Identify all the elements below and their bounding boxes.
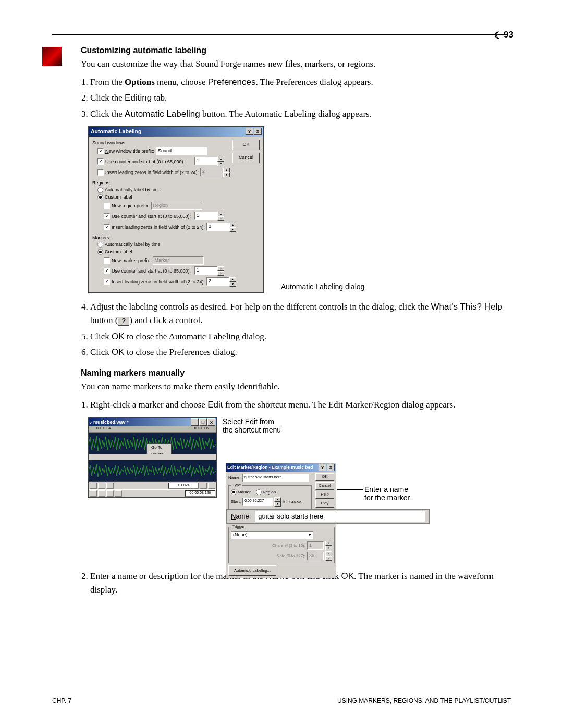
lbl-start: Start: xyxy=(231,499,241,504)
transport-toolbar: 00:00:08.126 xyxy=(89,489,216,497)
lbl-note: Note (0 to 127): xyxy=(276,553,305,558)
loop-icon[interactable] xyxy=(115,490,122,497)
cb-window-counter[interactable]: ✔ xyxy=(97,158,104,165)
lbl-region-counter: Use counter and start at (0 to 65,000): xyxy=(112,214,191,219)
cb-marker-zeros[interactable]: ✔ xyxy=(104,279,110,285)
min-icon[interactable]: _ xyxy=(191,418,199,426)
lbl-marker-zeros: Insert leading zeros in field width of (… xyxy=(112,279,205,285)
spinner-marker-zeros[interactable]: 2▴▾ xyxy=(206,277,236,287)
play-icon[interactable] xyxy=(98,490,105,497)
zoom-in-icon[interactable] xyxy=(90,483,97,489)
cb-marker-prefix[interactable] xyxy=(104,257,110,264)
wave-titlebar: ♪ musicbed.wav * _□x xyxy=(89,418,216,426)
step2-1: Right-click a marker and choose Edit fro… xyxy=(90,398,511,412)
play-button[interactable]: Play xyxy=(315,500,334,508)
menu-delete[interactable]: Delete xyxy=(147,451,171,454)
lbl-window-prefix: New window title prefix: xyxy=(105,149,154,154)
input-marker-prefix[interactable]: Marker xyxy=(153,256,204,265)
input-start[interactable]: 0:00:30.227 xyxy=(242,498,273,506)
zoom-out-icon[interactable] xyxy=(98,483,105,489)
close-icon[interactable]: x xyxy=(327,464,335,471)
rb-marker-auto[interactable] xyxy=(97,242,103,248)
step-5: Click OK to close the Automatic Labeling… xyxy=(90,330,511,343)
spinner-marker-counter[interactable]: 1▴▾ xyxy=(194,266,224,276)
lbl-fmt: hr:mn:sc.xxx xyxy=(283,500,301,503)
play-start-icon[interactable] xyxy=(90,490,97,497)
ok-button[interactable]: OK xyxy=(315,473,334,481)
zoom-v-icon[interactable] xyxy=(200,483,207,489)
lbl-marker-custom: Custom label xyxy=(105,249,132,254)
time-ruler: 00:00:0400:00:06 xyxy=(89,426,216,433)
lbl-window-counter: Use counter and start at (0 to 65,000): xyxy=(105,159,185,164)
cb-window-zeros[interactable] xyxy=(97,169,104,176)
zoom-ratio: 1:1.024 xyxy=(168,483,199,489)
stop-icon[interactable] xyxy=(106,490,114,497)
close-icon[interactable]: x xyxy=(207,418,215,426)
cb-marker-counter[interactable]: ✔ xyxy=(104,268,110,274)
rb-region-custom[interactable] xyxy=(97,194,103,200)
lbl-region-custom: Custom label xyxy=(105,194,132,200)
page-number: ☾93 xyxy=(494,29,513,40)
lbl-name: Name: xyxy=(228,475,241,480)
waveform-window: ♪ musicbed.wav * _□x 00:00:0400:00:06 Go… xyxy=(88,417,217,498)
auto-labeling-button[interactable]: Automatic Labeling... xyxy=(228,565,276,576)
waveform-channel-1[interactable]: Go To Delete Edit... Update xyxy=(89,433,216,454)
select-trigger[interactable]: (None)▾ xyxy=(231,531,313,539)
input-note: 36 xyxy=(307,552,324,560)
help-icon[interactable]: ? xyxy=(246,128,253,135)
group-regions: Regions xyxy=(92,180,260,186)
section-heading-customizing: Customizing automatic labeling xyxy=(81,46,511,55)
max-icon[interactable]: □ xyxy=(199,418,207,426)
moon-glyph: ☾ xyxy=(494,30,503,41)
edit-marker-title: Edit Marker/Region - Example music bed xyxy=(227,465,313,470)
rb-marker-custom[interactable] xyxy=(97,249,103,255)
spinner-region-zeros[interactable]: 2▴▾ xyxy=(206,223,236,232)
step-1: From the Options menu, choose Preference… xyxy=(90,76,511,89)
name-callout: Name: guitar solo starts here xyxy=(226,509,430,524)
spinner-window-counter[interactable]: 1▴▾ xyxy=(194,157,224,166)
section1-intro: You can customize the way that Sound For… xyxy=(81,58,511,70)
edit-marker-titlebar: Edit Marker/Region - Example music bed ?… xyxy=(226,463,336,472)
footer-left: CHP. 7 xyxy=(52,697,71,705)
step-6: Click OK to close the Preferences dialog… xyxy=(90,346,511,359)
caption-select-edit: Select Edit fromthe shortcut menu xyxy=(223,417,281,435)
automatic-labeling-figure: Automatic Labeling ? x OK Cancel Sound w… xyxy=(88,126,511,293)
rb-region-auto[interactable] xyxy=(97,187,103,193)
input-name[interactable]: guitar solo starts here xyxy=(242,474,309,482)
lbl-marker-prefix: New marker prefix: xyxy=(112,258,151,263)
close-icon[interactable]: x xyxy=(254,128,262,135)
input-region-prefix[interactable]: Region xyxy=(151,202,202,210)
spinner-window-zeros[interactable]: 2▴▾ xyxy=(200,168,230,177)
cancel-button[interactable]: Cancel xyxy=(315,482,334,490)
cb-region-counter[interactable]: ✔ xyxy=(104,213,110,219)
section2-intro: You can name markers to make them easily… xyxy=(81,381,511,393)
caption-enter-name: Enter a namefor the marker xyxy=(364,485,410,503)
ok-button[interactable]: OK xyxy=(232,140,260,150)
menu-goto[interactable]: Go To xyxy=(147,444,171,451)
lbl-channel: Channel (1 to 16): xyxy=(272,543,305,548)
automatic-labeling-dialog: Automatic Labeling ? x OK Cancel Sound w… xyxy=(88,126,264,293)
spinner-region-counter[interactable]: 1▴▾ xyxy=(194,212,224,221)
cb-region-zeros[interactable]: ✔ xyxy=(104,224,110,230)
help-button[interactable]: Help xyxy=(315,491,334,499)
callout-input[interactable]: guitar solo starts here xyxy=(255,511,425,522)
lbl-marker-counter: Use counter and start at (0 to 65,000): xyxy=(112,268,191,274)
position-box: 00:00:08.126 xyxy=(185,490,215,497)
zoom-fit-icon[interactable] xyxy=(106,483,114,489)
rb-region[interactable] xyxy=(256,489,262,495)
waveform-channel-2[interactable] xyxy=(89,460,216,482)
dialog-title: Automatic Labeling xyxy=(91,128,141,134)
callout-label: Name: xyxy=(231,512,251,520)
steps-list-1: From the Options menu, choose Preference… xyxy=(81,76,511,121)
edit-marker-figure: ♪ musicbed.wav * _□x 00:00:0400:00:06 Go… xyxy=(88,417,511,569)
rb-marker[interactable] xyxy=(231,489,237,495)
footer-right: USING MARKERS, REGIONS, AND THE PLAYLIST… xyxy=(337,697,511,705)
wave-title: ♪ musicbed.wav * xyxy=(90,419,129,425)
cb-region-prefix[interactable] xyxy=(104,203,110,209)
cb-window-prefix[interactable]: ✔ xyxy=(97,148,104,154)
zoom-v2-icon[interactable] xyxy=(208,483,215,489)
help-icon[interactable]: ? xyxy=(319,464,326,471)
zoom-toolbar: 1:1.024 xyxy=(89,482,216,489)
cancel-button[interactable]: Cancel xyxy=(232,153,260,163)
input-window-prefix[interactable]: Sound xyxy=(156,147,207,155)
